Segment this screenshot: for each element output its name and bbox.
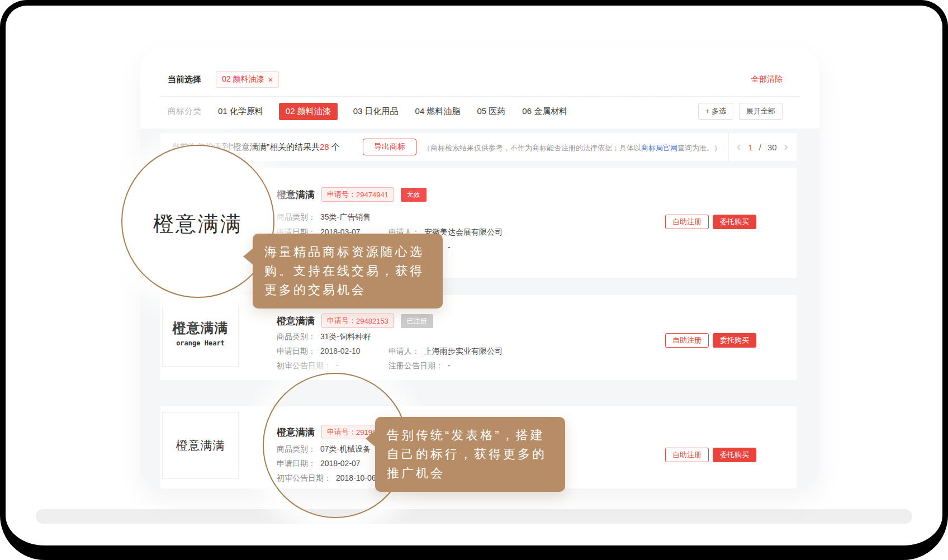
entrust-buy-button[interactable]: 委托购买 — [713, 215, 756, 229]
category-label: 商标分类 — [168, 106, 201, 117]
magnified-trademark-text: 橙意满满 — [153, 210, 243, 238]
callout-tooltip-promotion: 告别传统“发表格”，搭建 自己的标行，获得更多的 推广机会 — [375, 417, 565, 492]
selected-filter-tag-label: 02 颜料油漆 — [222, 74, 264, 84]
filter-panel: 当前选择 02 颜料油漆 × 全部清除 商标分类 01 化学原料 02 颜料油漆… — [140, 47, 819, 129]
trademark-title-line: 橙意满满 申请号：29482153 已注册 — [277, 314, 433, 328]
apply-date-field: 申请日期：2018-02-10 — [277, 347, 361, 357]
trademark-image: 橙意满满 — [162, 412, 239, 479]
trademark-image-subtext: orange Heart — [176, 339, 225, 347]
entrust-buy-button[interactable]: 委托购买 — [713, 448, 756, 462]
clear-all-link[interactable]: 全部清除 — [751, 74, 783, 84]
pagination: ‹ 1 / 30 › — [728, 133, 797, 161]
trademark-name[interactable]: 橙意满满 — [277, 188, 315, 201]
callout-tooltip-trade: 海量精品商标资源随心选 购。支持在线交易，获得 更多的交易机会 — [253, 234, 443, 309]
self-register-button[interactable]: 自助注册 — [665, 333, 709, 348]
category-tab-01[interactable]: 01 化学原料 — [217, 103, 264, 120]
export-trademarks-button[interactable]: 导出商标 — [363, 139, 416, 155]
status-badge: 无效 — [401, 188, 426, 202]
self-register-button[interactable]: 自助注册 — [665, 448, 709, 462]
divider — [159, 96, 799, 97]
disclaimer-post: 查询为准。） — [677, 144, 721, 152]
category-actions: + 多选 展开全部 — [698, 103, 783, 120]
trademark-name[interactable]: 橙意满满 — [277, 315, 315, 328]
application-number: 29474941 — [356, 191, 388, 199]
category-row: 商标分类 01 化学原料 02 颜料油漆 03 日化用品 04 燃料油脂 05 … — [168, 101, 783, 122]
trademark-title-line: 橙意满满 申请号：29474941 无效 — [277, 188, 426, 201]
magnifier-circle: 橙意满满 — [121, 145, 274, 298]
application-number-label: 申请号： — [327, 316, 356, 326]
laptop-base — [36, 509, 912, 524]
application-number-tag: 申请号：29482153 — [321, 314, 394, 328]
category-field: 商品类别：31类-饲料种籽 — [277, 332, 371, 342]
status-badge: 已注册 — [401, 314, 433, 328]
total-pages: 30 — [767, 143, 777, 152]
applicant-field: 申请人：上海雨步实业有限公司 — [388, 347, 503, 357]
disclaimer-note: （商标检索结果仅供参考，不作为商标能否注册的法律依据；具体以商标局官网查询为准。… — [423, 143, 721, 153]
current-selection-label: 当前选择 — [168, 74, 201, 85]
registration-publication-field: 注册公告日期：- — [388, 361, 451, 371]
selected-filter-tag[interactable]: 02 颜料油漆 × — [216, 71, 279, 88]
entrust-buy-button[interactable]: 委托购买 — [713, 333, 756, 348]
category-tab-03[interactable]: 03 日化用品 — [352, 103, 400, 120]
application-number: 29482153 — [356, 317, 388, 325]
application-number-tag: 申请号：29474941 — [321, 187, 394, 202]
category-tab-02-selected[interactable]: 02 颜料油漆 — [279, 103, 338, 120]
multi-select-button[interactable]: + 多选 — [698, 103, 733, 120]
application-number-label: 申请号： — [327, 189, 356, 200]
results-header: 当前为您检索到“橙意满满”相关的结果共28 个 导出商标 （商标检索结果仅供参考… — [160, 133, 797, 161]
close-icon[interactable]: × — [268, 75, 273, 84]
category-tab-04[interactable]: 04 燃料油脂 — [414, 103, 462, 120]
category-tabs: 01 化学原料 02 颜料油漆 03 日化用品 04 燃料油脂 05 医药 06… — [217, 103, 568, 120]
trademark-office-link[interactable]: 商标局官网 — [641, 144, 677, 152]
trademark-image: 橙意满满 orange Heart — [162, 300, 239, 367]
screen-mockup: 当前选择 02 颜料油漆 × 全部清除 商标分类 01 化学原料 02 颜料油漆… — [0, 0, 948, 560]
category-field: 商品类别：35类-广告销售 — [277, 212, 371, 222]
first-publication-field: 初审公告日期：- — [277, 361, 339, 371]
page-separator: / — [759, 143, 761, 152]
prev-page-icon[interactable]: ‹ — [736, 141, 742, 153]
expand-all-button[interactable]: 展开全部 — [739, 103, 783, 120]
results-count: 28 — [320, 142, 329, 151]
self-register-button[interactable]: 自助注册 — [665, 215, 709, 229]
trademark-image-text: 橙意满满 — [176, 438, 225, 453]
disclaimer-pre: （商标检索结果仅供参考，不作为商标能否注册的法律依据；具体以 — [423, 144, 641, 152]
current-selection-row: 当前选择 02 颜料油漆 × 全部清除 — [168, 69, 783, 89]
next-page-icon[interactable]: › — [783, 141, 789, 153]
category-tab-06[interactable]: 06 金属材料 — [521, 103, 568, 120]
category-tab-05[interactable]: 05 医药 — [476, 103, 506, 120]
trademark-image-text: 橙意满满 — [173, 319, 229, 337]
results-unit: 个 — [329, 142, 340, 151]
current-page: 1 — [748, 143, 752, 152]
